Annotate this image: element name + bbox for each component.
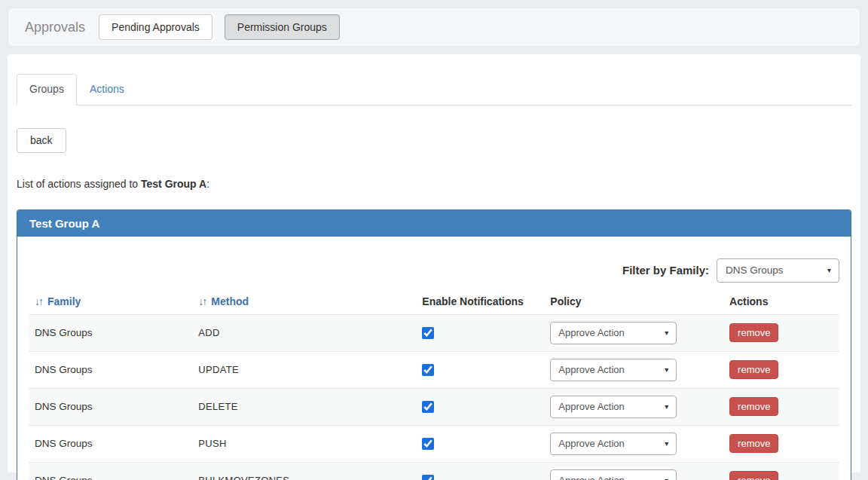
policy-select[interactable]: Approve Action [550,359,677,381]
enable-notifications-checkbox[interactable] [422,327,434,339]
column-header-enable-notifications: Enable Notifications [416,289,544,315]
policy-select-wrap: Approve Action ▾ [550,322,677,344]
table-row: DNS Groups DELETE Approve Action ▾ remov… [29,388,839,425]
pending-approvals-button[interactable]: Pending Approvals [99,14,212,41]
tab-actions[interactable]: Actions [77,74,137,105]
remove-button[interactable]: remove [729,360,778,379]
policy-select[interactable]: Approve Action [550,433,677,455]
back-button[interactable]: back [17,128,66,153]
policy-select-wrap: Approve Action ▾ [550,396,677,418]
policy-select[interactable]: Approve Action [550,396,677,418]
enable-notifications-checkbox[interactable] [422,364,434,376]
table-body: DNS Groups ADD Approve Action ▾ remove D… [29,314,839,480]
method-cell: BULKMOVEZONES [192,462,416,480]
policy-select-wrap: Approve Action ▾ [550,433,677,455]
intro-group-name: Test Group A [141,178,206,190]
family-cell: DNS Groups [29,462,192,480]
main-content-card: Groups Actions back List of actions assi… [8,54,860,472]
enable-notifications-checkbox[interactable] [422,401,434,413]
column-header-policy: Policy [544,289,723,315]
method-cell: ADD [192,314,416,351]
permission-groups-button[interactable]: Permission Groups [225,14,340,41]
method-cell: DELETE [192,388,416,425]
filter-row: Filter by Family: DNS Groups ▾ [29,258,839,283]
actions-table: ↓↑Family ↓↑Method Enable Notifications P… [29,289,839,480]
filter-by-family-label: Filter by Family: [622,264,709,277]
group-panel: Test Group A Filter by Family: DNS Group… [17,209,851,480]
policy-select-wrap: Approve Action ▾ [550,359,677,381]
family-cell: DNS Groups [29,388,192,425]
tab-bar: Groups Actions [17,74,851,105]
remove-button[interactable]: remove [729,471,778,480]
table-row: DNS Groups BULKMOVEZONES Approve Action … [29,462,839,480]
table-row: DNS Groups PUSH Approve Action ▾ remove [29,425,839,462]
remove-button[interactable]: remove [729,397,778,416]
family-filter-wrap: DNS Groups ▾ [717,258,839,283]
family-filter-select[interactable]: DNS Groups [717,258,839,283]
column-header-family[interactable]: ↓↑Family [29,289,192,315]
panel-body: Filter by Family: DNS Groups ▾ ↓↑Family … [17,237,851,480]
column-header-actions: Actions [723,289,839,315]
policy-select-wrap: Approve Action ▾ [550,469,677,480]
table-row: DNS Groups UPDATE Approve Action ▾ remov… [29,351,839,388]
remove-button[interactable]: remove [729,323,778,342]
family-cell: DNS Groups [29,425,192,462]
intro-suffix: : [206,178,209,190]
intro-prefix: List of actions assigned to [17,178,141,190]
policy-select[interactable]: Approve Action [550,469,677,480]
column-header-method[interactable]: ↓↑Method [192,289,416,315]
policy-select[interactable]: Approve Action [550,322,677,344]
table-header-row: ↓↑Family ↓↑Method Enable Notifications P… [29,289,839,315]
family-cell: DNS Groups [29,314,192,351]
remove-button[interactable]: remove [729,434,778,453]
panel-title: Test Group A [17,210,851,237]
family-cell: DNS Groups [29,351,192,388]
enable-notifications-checkbox[interactable] [422,475,434,480]
enable-notifications-checkbox[interactable] [422,438,434,450]
method-cell: PUSH [192,425,416,462]
page-title: Approvals [25,20,85,35]
approvals-header-bar: Approvals Pending Approvals Permission G… [8,8,860,47]
tab-groups[interactable]: Groups [17,74,77,105]
intro-text: List of actions assigned to Test Group A… [17,178,851,190]
sort-icon[interactable]: ↓↑ [198,295,206,307]
sort-icon[interactable]: ↓↑ [35,295,42,307]
method-cell: UPDATE [192,351,416,388]
table-row: DNS Groups ADD Approve Action ▾ remove [29,314,839,351]
